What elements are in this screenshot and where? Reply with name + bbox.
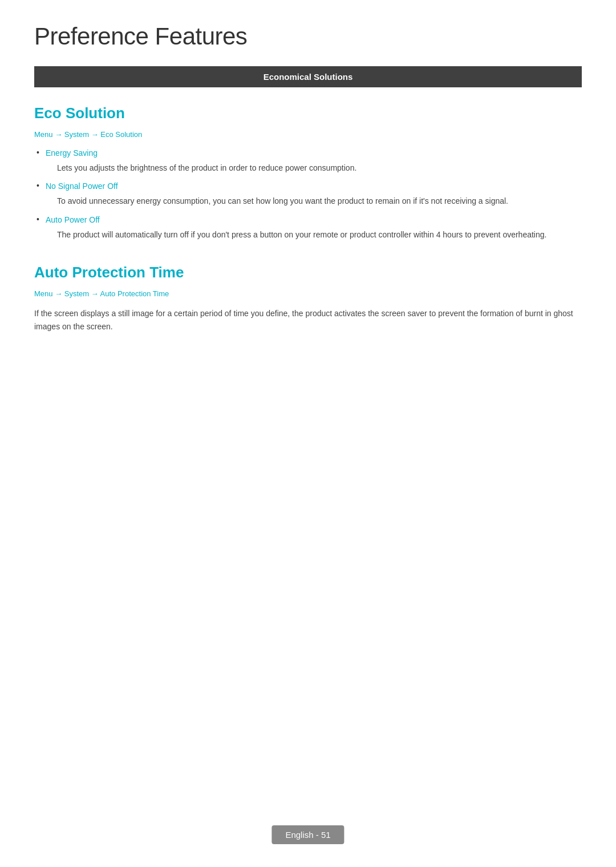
auto-protection-section: Auto Protection Time Menu → System → Aut… bbox=[34, 264, 582, 333]
auto-protection-title: Auto Protection Time bbox=[34, 264, 582, 281]
auto-power-off-link[interactable]: Auto Power Off bbox=[46, 215, 100, 224]
eco-solution-title: Eco Solution bbox=[34, 104, 582, 122]
auto-power-off-desc: The product will automatically turn off … bbox=[46, 228, 582, 241]
no-signal-power-off-link[interactable]: No Signal Power Off bbox=[46, 182, 118, 191]
list-item: Energy Saving Lets you adjusts the brigh… bbox=[34, 148, 582, 174]
no-signal-power-off-desc: To avoid unnecessary energy consumption,… bbox=[46, 195, 582, 207]
list-item: Auto Power Off The product will automati… bbox=[34, 215, 582, 241]
page-title: Preference Features bbox=[34, 23, 582, 50]
footer-label: English - 51 bbox=[271, 825, 344, 844]
eco-solution-breadcrumb: Menu → System → Eco Solution bbox=[34, 130, 582, 139]
energy-saving-desc: Lets you adjusts the brightness of the p… bbox=[46, 162, 582, 174]
section-header: Economical Solutions bbox=[34, 66, 582, 87]
eco-solution-section: Eco Solution Menu → System → Eco Solutio… bbox=[34, 104, 582, 241]
page-container: Preference Features Economical Solutions… bbox=[0, 0, 616, 401]
auto-protection-desc: If the screen displays a still image for… bbox=[34, 307, 582, 333]
list-item: No Signal Power Off To avoid unnecessary… bbox=[34, 181, 582, 207]
auto-protection-breadcrumb: Menu → System → Auto Protection Time bbox=[34, 289, 582, 298]
eco-solution-list: Energy Saving Lets you adjusts the brigh… bbox=[34, 148, 582, 241]
energy-saving-link[interactable]: Energy Saving bbox=[46, 148, 98, 158]
